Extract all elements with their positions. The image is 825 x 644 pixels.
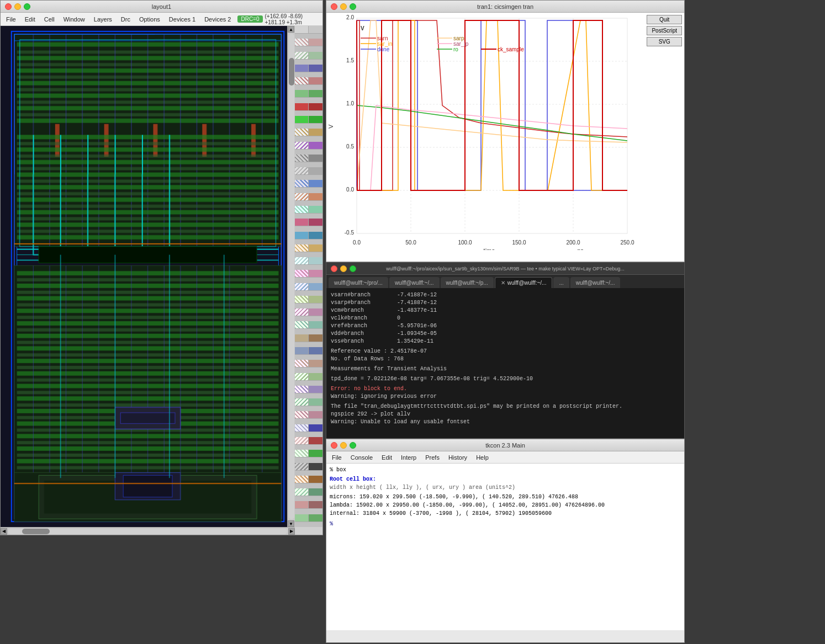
layer-swatch[interactable] xyxy=(295,386,309,393)
layer-swatch[interactable] xyxy=(295,437,309,445)
tkcon-menu-edit[interactable]: Edit xyxy=(378,454,395,461)
layer-swatch[interactable] xyxy=(309,411,322,419)
menu-options[interactable]: Options xyxy=(135,15,165,24)
layer-swatch[interactable] xyxy=(295,424,309,432)
menu-edit[interactable]: Edit xyxy=(20,15,40,24)
layer-swatch[interactable] xyxy=(309,116,322,124)
layer-swatch[interactable] xyxy=(309,52,322,60)
layer-swatch[interactable] xyxy=(309,167,322,175)
layer-swatch[interactable] xyxy=(309,129,322,136)
quit-button[interactable]: Quit xyxy=(647,15,682,24)
layer-swatch[interactable] xyxy=(295,206,309,214)
layer-swatch[interactable] xyxy=(295,514,309,522)
layer-swatch[interactable] xyxy=(309,206,322,214)
ic-layout-canvas[interactable] xyxy=(1,26,295,527)
layer-swatch[interactable] xyxy=(309,360,322,368)
layer-swatch[interactable] xyxy=(309,334,322,342)
terminal-minimize-button[interactable] xyxy=(340,265,347,272)
scroll-thumb[interactable] xyxy=(22,529,50,534)
layer-swatch[interactable] xyxy=(309,155,322,162)
menu-devices2[interactable]: Devices 2 xyxy=(200,15,235,24)
layer-swatch[interactable] xyxy=(309,296,322,304)
layer-swatch[interactable] xyxy=(295,501,309,509)
layer-swatch[interactable] xyxy=(295,411,309,419)
layer-swatch[interactable] xyxy=(295,219,309,226)
scroll-up-button[interactable]: ▲ xyxy=(288,26,294,33)
layer-swatch[interactable] xyxy=(309,283,322,291)
layer-swatch[interactable] xyxy=(295,103,309,111)
tkcon-menu-console[interactable]: Console xyxy=(347,454,376,461)
layer-swatch[interactable] xyxy=(295,360,309,368)
scroll-down-button[interactable]: ▼ xyxy=(288,520,294,527)
layer-swatch[interactable] xyxy=(295,463,309,471)
layer-swatch[interactable] xyxy=(309,244,322,252)
menu-layers[interactable]: Layers xyxy=(89,15,117,24)
layer-swatch[interactable] xyxy=(309,424,322,432)
layer-swatch[interactable] xyxy=(295,373,309,381)
layer-swatch[interactable] xyxy=(309,437,322,445)
layer-swatch[interactable] xyxy=(295,26,309,34)
menu-drc[interactable]: Drc xyxy=(117,15,135,24)
tkcon-menu-help[interactable]: Help xyxy=(473,454,492,461)
layer-swatch[interactable] xyxy=(309,308,322,316)
svg-button[interactable]: SVG xyxy=(647,37,682,46)
postscript-button[interactable]: PostScript xyxy=(647,26,682,35)
layer-swatch[interactable] xyxy=(295,155,309,162)
layer-swatch[interactable] xyxy=(309,219,322,226)
terminal-tab-2[interactable]: wulff@wulff:~/... xyxy=(389,277,440,288)
layer-swatch[interactable] xyxy=(295,77,309,85)
menu-window[interactable]: Window xyxy=(59,15,89,24)
terminal-tab-1[interactable]: wulff@wulff:~/pro/... xyxy=(329,277,388,288)
layer-swatch[interactable] xyxy=(309,257,322,265)
tkcon-maximize-button[interactable] xyxy=(350,442,356,449)
layer-swatch[interactable] xyxy=(309,26,322,34)
tkcon-menu-interp[interactable]: Interp xyxy=(398,454,420,461)
layer-swatch[interactable] xyxy=(309,488,322,496)
layer-swatch[interactable] xyxy=(295,52,309,60)
layer-swatch[interactable] xyxy=(295,116,309,124)
terminal-tab-3[interactable]: wulff@wulff:~/p... xyxy=(441,277,494,288)
layer-swatch[interactable] xyxy=(295,398,309,406)
layer-swatch[interactable] xyxy=(309,463,322,471)
layer-swatch[interactable] xyxy=(309,373,322,381)
menu-cell[interactable]: Cell xyxy=(40,15,59,24)
layer-swatch[interactable] xyxy=(295,142,309,150)
tran-maximize-button[interactable] xyxy=(350,3,356,10)
tran-close-button[interactable] xyxy=(331,3,337,10)
maximize-button[interactable] xyxy=(24,3,30,10)
layer-swatch[interactable] xyxy=(295,334,309,342)
layer-swatch[interactable] xyxy=(309,193,322,201)
tran-minimize-button[interactable] xyxy=(340,3,347,10)
layer-swatch[interactable] xyxy=(295,488,309,496)
scroll-left-button[interactable]: ◀ xyxy=(1,528,7,535)
scroll-right-button[interactable]: ▶ xyxy=(288,528,295,535)
layer-swatch[interactable] xyxy=(295,347,309,355)
layer-swatch[interactable] xyxy=(309,103,322,111)
layer-swatch[interactable] xyxy=(295,296,309,304)
layer-swatch[interactable] xyxy=(295,283,309,291)
layer-swatch[interactable] xyxy=(295,65,309,72)
layer-swatch[interactable] xyxy=(309,514,322,522)
layer-swatch[interactable] xyxy=(309,347,322,355)
layer-swatch[interactable] xyxy=(309,65,322,72)
layer-swatch[interactable] xyxy=(309,39,322,46)
layer-swatch[interactable] xyxy=(309,398,322,406)
layer-swatch[interactable] xyxy=(309,232,322,239)
layer-swatch[interactable] xyxy=(295,129,309,136)
vertical-scrollbar[interactable]: ▲ ▼ xyxy=(287,26,295,527)
layer-swatch[interactable] xyxy=(295,450,309,457)
layer-swatch[interactable] xyxy=(309,321,322,329)
tkcon-minimize-button[interactable] xyxy=(340,442,347,449)
layer-swatch[interactable] xyxy=(309,270,322,278)
layer-swatch[interactable] xyxy=(295,476,309,483)
layer-swatch[interactable] xyxy=(309,450,322,457)
menu-devices1[interactable]: Devices 1 xyxy=(165,15,200,24)
layer-swatch[interactable] xyxy=(295,90,309,98)
layer-swatch[interactable] xyxy=(309,476,322,483)
layer-swatch[interactable] xyxy=(309,142,322,150)
layer-swatch[interactable] xyxy=(295,193,309,201)
terminal-close-button[interactable] xyxy=(331,265,337,272)
layer-swatch[interactable] xyxy=(295,308,309,316)
layer-swatch[interactable] xyxy=(309,77,322,85)
terminal-tab-4[interactable]: ✕wulff@wulff:~/... xyxy=(495,277,553,288)
